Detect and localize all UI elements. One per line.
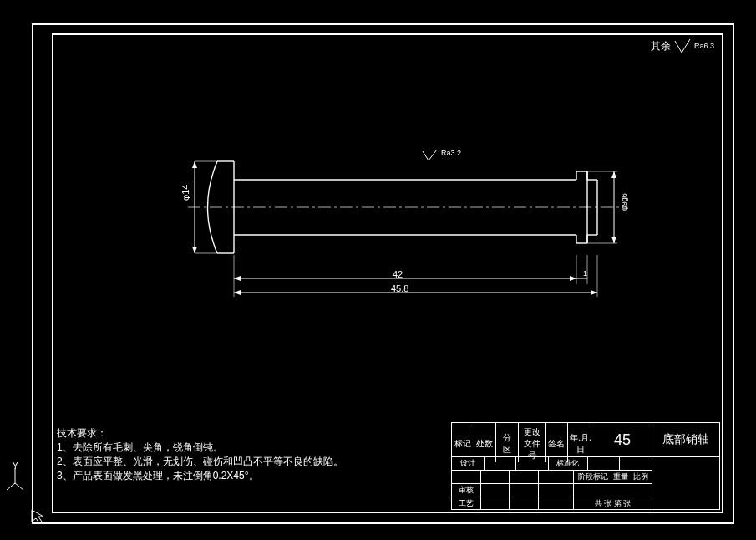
cad-canvas[interactable]: 其余 Ra6.3 Ra3.2 <box>0 0 756 540</box>
tech-line2: 2、表面应平整、光滑，无划伤、碰伤和凹凸不平等不良的缺陷。 <box>57 456 343 467</box>
tb-sheet: 共 张 第 张 <box>574 497 652 510</box>
tb-std: 标准化 <box>549 457 588 470</box>
tb-weight: 重量 <box>613 471 628 482</box>
shaft-drawing <box>188 146 622 305</box>
cursor-icon <box>30 508 47 527</box>
tb-design: 设计 <box>452 457 485 470</box>
dim-d2: φ9g6 <box>620 193 628 211</box>
surface-finish-note: 其余 Ra6.3 <box>651 38 714 54</box>
svg-marker-33 <box>234 276 241 281</box>
tb-scale: 比例 <box>633 471 648 482</box>
tech-line1: 1、去除所有毛刺、尖角，锐角倒钝。 <box>57 441 223 453</box>
tech-requirements: 技术要求： 1、去除所有毛刺、尖角，锐角倒钝。 2、表面应平整、光滑，无划伤、碰… <box>57 426 343 483</box>
title-block: 标记 处数 分 区 更改文件号 签名 年.月.日 45 底部销轴 设计 标准化 <box>451 422 720 510</box>
dim-len1: 42 <box>393 269 403 279</box>
surface-finish-prefix: 其余 <box>651 39 671 53</box>
svg-marker-1 <box>192 161 197 168</box>
dim-len3: 1 <box>583 269 587 278</box>
svg-marker-38 <box>591 290 597 295</box>
tech-title: 技术要求： <box>57 427 107 439</box>
svg-marker-25 <box>611 237 616 243</box>
svg-marker-37 <box>234 290 241 295</box>
svg-marker-34 <box>570 276 576 281</box>
dim-len2: 45.8 <box>391 283 408 293</box>
tb-review: 审核 <box>452 484 481 497</box>
surface-finish-value: Ra6.3 <box>694 42 714 50</box>
tb-material: 45 <box>593 423 652 456</box>
dim-d1: φ14 <box>180 185 190 201</box>
roughness-icon <box>673 38 692 54</box>
tech-line3: 3、产品表面做发黑处理，未注倒角0.2X45°。 <box>57 470 259 481</box>
ucs-y-icon: Y <box>3 466 28 494</box>
svg-marker-24 <box>611 171 616 178</box>
tb-stage: 阶段标记 <box>578 471 608 482</box>
shaft-svg <box>188 146 622 305</box>
svg-marker-2 <box>192 247 197 253</box>
tb-process: 工艺 <box>452 497 481 510</box>
tb-part-name: 底部销轴 <box>652 423 719 456</box>
